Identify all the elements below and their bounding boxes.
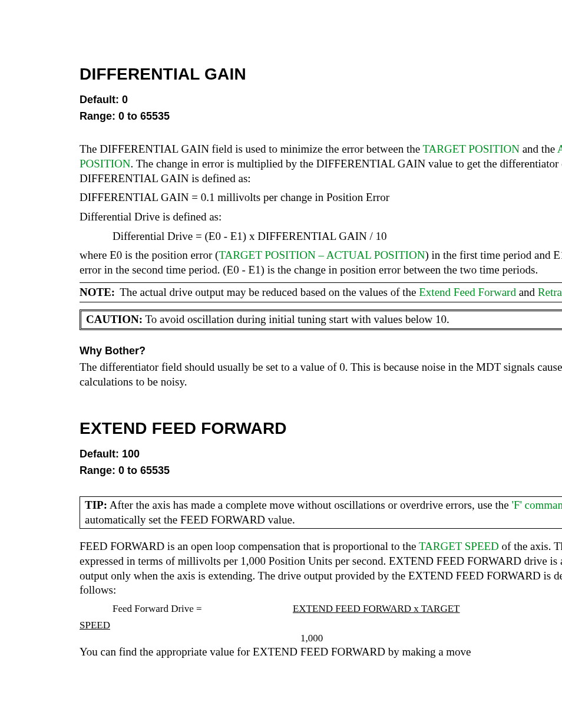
body-text: The DIFFERENTIAL GAIN field is used to m… xyxy=(80,143,423,155)
link-extend-feed-forward[interactable]: Extend Feed Forward xyxy=(419,286,516,298)
formula-lhs: Feed Forward Drive = xyxy=(113,602,202,615)
formula-line: SPEED xyxy=(80,619,562,632)
body-text: The actual drive output may be reduced b… xyxy=(120,286,419,298)
body-text: and xyxy=(516,286,538,298)
note-block: NOTE: The actual drive output may be red… xyxy=(80,282,562,303)
heading-differential-gain: DIFFERENTIAL GAIN xyxy=(80,64,562,85)
note-body: The actual drive output may be reduced b… xyxy=(120,285,562,300)
paragraph: The DIFFERENTIAL GAIN field is used to m… xyxy=(80,142,562,186)
body-text: where E0 is the position error ( xyxy=(80,249,219,261)
paragraph: The differentiator field should usually … xyxy=(80,360,562,389)
link-position-error[interactable]: TARGET POSITION – ACTUAL POSITION xyxy=(219,249,425,261)
default-line: Default: 100 xyxy=(80,447,562,461)
paragraph: where E0 is the position error (TARGET P… xyxy=(80,248,562,277)
body-text: FEED FORWARD is an open loop compensatio… xyxy=(80,540,419,552)
tip-box: TIP: After the axis has made a complete … xyxy=(80,496,562,529)
link-retract-feed-forward[interactable]: Retract Feed Forward xyxy=(538,286,562,298)
tip-label: TIP: xyxy=(85,499,107,511)
formula-numerator: EXTEND FEED FORWARD x TARGET xyxy=(293,602,460,615)
range-line: Range: 0 to 65535 xyxy=(80,110,562,123)
link-target-position[interactable]: TARGET POSITION xyxy=(423,143,520,155)
range-line: Range: 0 to 65535 xyxy=(80,464,562,477)
body-text: . The change in error is multiplied by t… xyxy=(80,157,562,185)
subheading-why-bother: Why Bother? xyxy=(80,344,562,358)
equation: DIFFERENTIAL GAIN = 0.1 millivolts per c… xyxy=(80,190,562,205)
heading-extend-feed-forward: EXTEND FEED FORWARD xyxy=(80,418,562,439)
caution-box: CAUTION: To avoid oscillation during ini… xyxy=(80,309,562,330)
note-label: NOTE: xyxy=(80,285,120,300)
caution-label: CAUTION: xyxy=(86,313,143,325)
link-f-command[interactable]: 'F' command xyxy=(511,499,562,511)
formula-line: Feed Forward Drive = EXTEND FEED FORWARD… xyxy=(80,602,562,615)
formula-speed: SPEED xyxy=(80,620,110,631)
body-text: After the axis has made a complete move … xyxy=(107,499,511,511)
paragraph: Differential Drive is defined as: xyxy=(80,210,562,225)
paragraph: You can find the appropriate value for E… xyxy=(80,645,562,660)
equation: Differential Drive = (E0 - E1) x DIFFERE… xyxy=(80,229,562,244)
paragraph: FEED FORWARD is an open loop compensatio… xyxy=(80,539,562,598)
formula-denominator: 1,000 xyxy=(300,632,562,645)
default-line: Default: 0 xyxy=(80,93,562,107)
body-text: and the xyxy=(520,143,557,155)
link-target-speed[interactable]: TARGET SPEED xyxy=(419,540,499,552)
caution-text: To avoid oscillation during initial tuni… xyxy=(143,313,449,325)
